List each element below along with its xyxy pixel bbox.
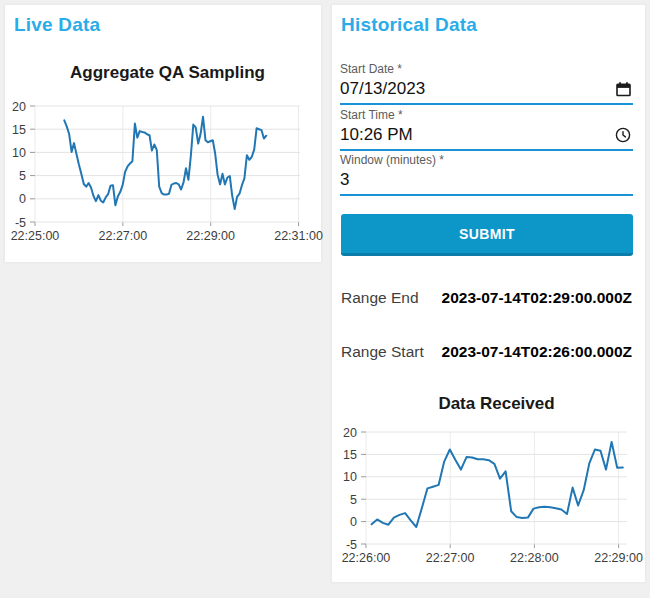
svg-text:5: 5: [350, 493, 357, 507]
svg-text:15: 15: [12, 123, 26, 137]
svg-text:10: 10: [12, 146, 26, 160]
svg-text:20: 20: [12, 100, 26, 114]
live-chart: 22:25:0022:27:0022:29:0022:31:0020151050…: [5, 5, 323, 264]
dashboard: Live Data Aggregate QA Sampling 22:25:00…: [0, 0, 650, 598]
received-chart: 22:26:0022:27:0022:28:0022:29:0020151050…: [332, 5, 647, 584]
svg-text:22:27:00: 22:27:00: [426, 551, 475, 565]
svg-text:0: 0: [19, 192, 26, 206]
svg-text:10: 10: [343, 470, 357, 484]
svg-text:22:31:00: 22:31:00: [274, 229, 323, 243]
svg-text:22:26:00: 22:26:00: [342, 551, 391, 565]
svg-text:22:28:00: 22:28:00: [510, 551, 559, 565]
svg-text:0: 0: [350, 515, 357, 529]
svg-text:-5: -5: [346, 538, 357, 552]
historical-data-panel: Historical Data Start Date * Start Time …: [331, 4, 646, 583]
svg-text:15: 15: [343, 448, 357, 462]
svg-text:22:29:00: 22:29:00: [594, 551, 643, 565]
svg-text:20: 20: [343, 426, 357, 440]
svg-text:5: 5: [19, 169, 26, 183]
svg-text:-5: -5: [15, 216, 26, 230]
live-data-panel: Live Data Aggregate QA Sampling 22:25:00…: [4, 4, 322, 263]
svg-text:22:27:00: 22:27:00: [99, 229, 148, 243]
svg-text:22:25:00: 22:25:00: [11, 229, 60, 243]
svg-text:22:29:00: 22:29:00: [186, 229, 235, 243]
